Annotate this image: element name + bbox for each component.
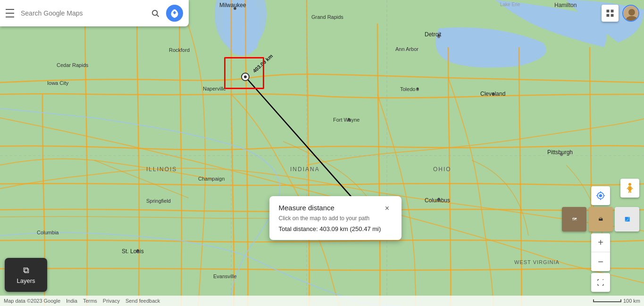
- svg-point-2: [234, 7, 236, 10]
- svg-rect-20: [607, 10, 610, 13]
- svg-point-27: [628, 183, 631, 186]
- svg-point-14: [244, 75, 247, 78]
- measure-popup-hint: Click on the map to add to your path: [279, 215, 392, 222]
- location-button[interactable]: [591, 186, 610, 205]
- send-feedback-label[interactable]: Send feedback: [125, 298, 160, 304]
- right-controls: 🗺 🏔 🗾 + −: [562, 186, 639, 292]
- measure-popup-distance: Total distance: 403.09 km (250.47 mi): [279, 225, 392, 232]
- svg-point-25: [628, 9, 635, 16]
- svg-rect-22: [607, 14, 610, 17]
- scale-bar: 100 km: [593, 298, 640, 304]
- menu-button[interactable]: [6, 8, 17, 19]
- search-icon[interactable]: [148, 6, 162, 20]
- layers-label: Layers: [17, 277, 35, 284]
- expand-button[interactable]: [591, 273, 610, 292]
- measure-popup-title: Measure distance: [279, 204, 335, 212]
- measure-popup-close-button[interactable]: ×: [383, 204, 392, 213]
- svg-point-7: [560, 153, 563, 156]
- measure-popup-header: Measure distance ×: [279, 204, 392, 213]
- privacy-label[interactable]: Privacy: [103, 298, 120, 304]
- svg-line-19: [157, 15, 159, 17]
- terms-label[interactable]: Terms: [83, 298, 97, 304]
- zoom-controls: + −: [591, 233, 610, 271]
- svg-rect-21: [611, 10, 614, 13]
- svg-point-6: [348, 119, 351, 122]
- pegman-button[interactable]: [620, 179, 639, 198]
- layers-button[interactable]: ⧉ Layers: [5, 258, 47, 292]
- hamburger-icon: [6, 8, 17, 19]
- svg-point-3: [437, 35, 440, 38]
- header: [0, 0, 189, 26]
- search-input[interactable]: [21, 5, 144, 22]
- zoom-in-button[interactable]: +: [591, 233, 610, 252]
- svg-rect-0: [0, 0, 644, 306]
- user-avatar[interactable]: [622, 5, 639, 22]
- svg-point-18: [152, 10, 158, 16]
- map-data-label: Map data ©2023 Google: [4, 298, 60, 304]
- grid-button[interactable]: [602, 5, 619, 22]
- svg-rect-23: [611, 14, 614, 17]
- directions-button[interactable]: [166, 5, 183, 22]
- svg-point-4: [492, 93, 495, 96]
- map-container[interactable]: 403.09 km: [0, 0, 644, 306]
- top-right-controls: [602, 5, 639, 22]
- map-footer: Map data ©2023 Google India Terms Privac…: [0, 296, 644, 306]
- terrain-map-button[interactable]: 🏔: [588, 207, 613, 232]
- svg-point-8: [437, 199, 440, 202]
- scale-label: 100 km: [623, 298, 640, 304]
- svg-point-11: [136, 250, 139, 253]
- zoom-out-button[interactable]: −: [591, 252, 610, 271]
- layers-icon: ⧉: [23, 265, 29, 275]
- india-label[interactable]: India: [66, 298, 77, 304]
- scale-line: [593, 299, 621, 302]
- svg-point-5: [416, 88, 419, 91]
- street-map-button[interactable]: 🗾: [615, 207, 639, 232]
- satellite-map-button[interactable]: 🗺: [562, 207, 586, 232]
- measure-distance-popup: Measure distance × Click on the map to a…: [269, 196, 401, 240]
